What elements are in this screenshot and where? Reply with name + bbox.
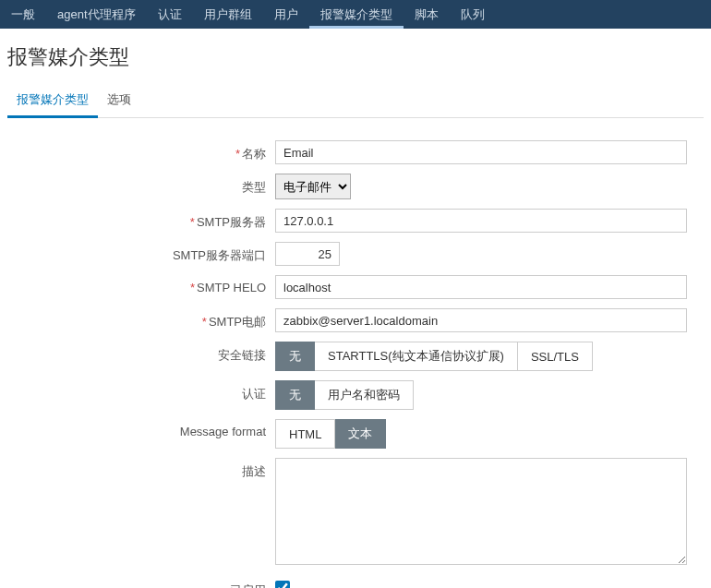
top-nav-item-usergroups[interactable]: 用户群组 — [193, 0, 263, 29]
auth-option-none[interactable]: 无 — [275, 380, 315, 410]
security-option-starttls[interactable]: STARTTLS(纯文本通信协议扩展) — [315, 342, 518, 371]
input-smtp-helo[interactable] — [275, 275, 687, 299]
label-description: 描述 — [7, 458, 275, 480]
format-option-html[interactable]: HTML — [275, 419, 335, 449]
label-smtp-server: *SMTP服务器 — [7, 209, 275, 231]
label-message-format: Message format — [7, 419, 275, 438]
label-security: 安全链接 — [7, 342, 275, 364]
sub-tabs: 报警媒介类型 选项 — [7, 84, 704, 118]
page-title: 报警媒介类型 — [7, 43, 704, 71]
form: *名称 类型 电子邮件 *SMTP服务器 SMTP服务器端口 *SMTP HEL… — [7, 135, 704, 588]
security-option-none[interactable]: 无 — [275, 342, 315, 371]
top-nav-item-general[interactable]: 一般 — [0, 0, 46, 29]
top-nav-item-scripts[interactable]: 脚本 — [404, 0, 450, 29]
top-nav-item-agent[interactable]: agent代理程序 — [46, 0, 147, 29]
segmented-security: 无 STARTTLS(纯文本通信协议扩展) SSL/TLS — [275, 342, 593, 371]
top-nav: 一般 agent代理程序 认证 用户群组 用户 报警媒介类型 脚本 队列 — [0, 0, 711, 29]
label-smtp-port: SMTP服务器端口 — [7, 242, 275, 264]
input-smtp-server[interactable] — [275, 209, 687, 233]
format-option-text[interactable]: 文本 — [335, 419, 386, 449]
top-nav-item-queue[interactable]: 队列 — [450, 0, 496, 29]
label-type: 类型 — [7, 174, 275, 196]
page-area: 报警媒介类型 报警媒介类型 选项 *名称 类型 电子邮件 *SMTP服务器 SM… — [0, 29, 711, 588]
top-nav-item-mediatypes[interactable]: 报警媒介类型 — [309, 0, 404, 29]
textarea-description[interactable] — [275, 458, 687, 565]
segmented-message-format: HTML 文本 — [275, 419, 386, 449]
auth-option-userpass[interactable]: 用户名和密码 — [315, 380, 414, 410]
checkbox-enabled[interactable] — [275, 581, 290, 588]
label-smtp-email: *SMTP电邮 — [7, 308, 275, 330]
input-smtp-port[interactable] — [275, 242, 340, 266]
security-option-ssl[interactable]: SSL/TLS — [518, 342, 593, 371]
top-nav-item-users[interactable]: 用户 — [263, 0, 309, 29]
select-type[interactable]: 电子邮件 — [275, 174, 351, 199]
input-name[interactable] — [275, 140, 687, 164]
tab-media-type[interactable]: 报警媒介类型 — [7, 84, 98, 118]
label-enabled: 已启用 — [7, 577, 275, 588]
input-smtp-email[interactable] — [275, 308, 687, 332]
top-nav-item-auth[interactable]: 认证 — [147, 0, 193, 29]
label-smtp-helo: *SMTP HELO — [7, 275, 275, 294]
label-name: *名称 — [7, 140, 275, 162]
label-auth: 认证 — [7, 380, 275, 402]
tab-options[interactable]: 选项 — [98, 84, 140, 117]
segmented-auth: 无 用户名和密码 — [275, 380, 414, 410]
